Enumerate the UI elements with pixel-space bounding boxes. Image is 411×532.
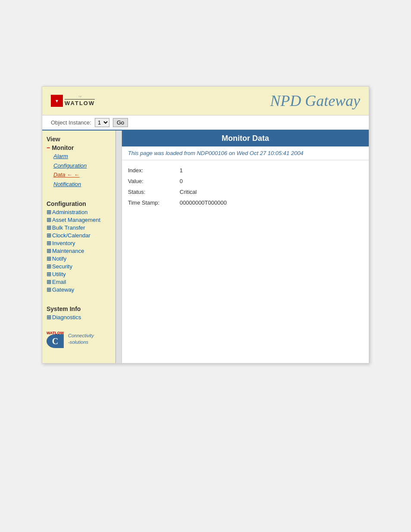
content-area: Monitor Data This page was loaded from N…	[122, 131, 369, 363]
config-maintenance[interactable]: ⊞ Maintenance	[47, 248, 117, 254]
nav-configuration[interactable]: Configuration	[53, 162, 117, 170]
data-row-value: Value: 0	[128, 178, 363, 184]
connectivity-logo-area: WATLOW C Connectivity -solutions	[47, 329, 117, 349]
config-link-maint[interactable]: Maintenance	[52, 248, 84, 254]
expand-icon-notify: ⊞	[47, 255, 51, 262]
config-gateway[interactable]: ⊞ Gateway	[47, 286, 117, 293]
config-clock-calendar[interactable]: ⊞ Clock/Calendar	[47, 232, 117, 239]
content-header: Monitor Data	[122, 131, 369, 146]
expand-icon-email: ⊞	[47, 279, 51, 285]
config-link-utility[interactable]: Utility	[52, 271, 66, 277]
c-letter: C	[52, 336, 58, 346]
connectivity-line2: -solutions	[68, 339, 88, 345]
main-layout: View − Monitor Alarm Configuration Data …	[42, 131, 369, 363]
expand-icon-clock: ⊞	[47, 232, 51, 239]
instance-label: Object Instance:	[51, 119, 91, 126]
config-administration[interactable]: ⊞ Administration	[47, 209, 117, 215]
monitor-collapse-icon[interactable]: −	[47, 144, 50, 151]
label-status: Status:	[128, 189, 180, 195]
value-value: 0	[180, 178, 183, 184]
config-email[interactable]: ⊞ Email	[47, 279, 117, 285]
config-link-email[interactable]: Email	[52, 279, 66, 285]
config-notify[interactable]: ⊞ Notify	[47, 255, 117, 262]
data-row-timestamp: Time Stamp: 00000000T000000	[128, 199, 363, 206]
label-index: Index:	[128, 167, 180, 174]
config-link-notify[interactable]: Notify	[52, 255, 66, 262]
content-subtitle: This page was loaded from NDP000106 on W…	[122, 146, 369, 160]
expand-icon-bulk: ⊞	[47, 224, 51, 231]
config-security[interactable]: ⊞ Security	[47, 263, 117, 270]
nav-data[interactable]: Data ←	[53, 171, 117, 179]
sidebar: View − Monitor Alarm Configuration Data …	[42, 131, 122, 363]
config-inventory[interactable]: ⊞ Inventory	[47, 240, 117, 246]
app-container: ▼ ™ WATLOW NPD Gateway Object Instance: …	[42, 86, 369, 364]
expand-icon-diag: ⊞	[47, 314, 51, 320]
system-info-label: System Info	[47, 305, 117, 312]
monitor-section: − Monitor	[47, 144, 117, 151]
value-timestamp: 00000000T000000	[180, 199, 227, 206]
view-label: View	[47, 136, 117, 143]
c-logo-icon: WATLOW C	[47, 329, 68, 349]
value-status: Critical	[180, 189, 197, 195]
watlow-wordmark: WATLOW	[65, 99, 95, 106]
config-link-security[interactable]: Security	[52, 263, 72, 270]
data-row-status: Status: Critical	[128, 189, 363, 195]
go-button[interactable]: Go	[113, 118, 128, 127]
nav-notification[interactable]: Notification	[53, 180, 117, 189]
expand-icon-asset: ⊞	[47, 217, 51, 223]
instance-bar: Object Instance: 1 Go	[42, 115, 369, 131]
config-bulk-transfer[interactable]: ⊞ Bulk Transfer	[47, 224, 117, 231]
config-link-admin[interactable]: Administration	[52, 209, 87, 215]
config-link-inventory[interactable]: Inventory	[52, 240, 75, 246]
expand-icon-maint: ⊞	[47, 248, 51, 254]
config-link-asset[interactable]: Asset Management	[52, 217, 100, 223]
connectivity-line1: Connectivity	[68, 333, 94, 338]
expand-icon-utility: ⊞	[47, 271, 51, 277]
watlow-logo-icon: ▼	[51, 95, 63, 107]
connectivity-logo: WATLOW C Connectivity -solutions	[47, 329, 94, 349]
watlow-logo-text: ™ WATLOW	[65, 95, 95, 106]
label-timestamp: Time Stamp:	[128, 199, 180, 206]
config-asset-management[interactable]: ⊞ Asset Management	[47, 217, 117, 223]
config-link-diag[interactable]: Diagnostics	[52, 314, 81, 320]
expand-icon-inventory: ⊞	[47, 240, 51, 246]
nav-alarm[interactable]: Alarm	[53, 152, 117, 161]
page-wrapper: ▼ ™ WATLOW NPD Gateway Object Instance: …	[0, 0, 411, 532]
header: ▼ ™ WATLOW NPD Gateway	[42, 87, 369, 115]
c-shape: C	[47, 334, 64, 348]
label-value: Value:	[128, 178, 180, 184]
expand-icon-gateway: ⊞	[47, 286, 51, 293]
config-link-bulk[interactable]: Bulk Transfer	[52, 224, 85, 231]
expand-icon-admin: ⊞	[47, 209, 51, 215]
watlow-logo: ▼ ™ WATLOW	[51, 95, 95, 107]
config-diagnostics[interactable]: ⊞ Diagnostics	[47, 314, 117, 320]
data-row-index: Index: 1	[128, 167, 363, 174]
config-link-gateway[interactable]: Gateway	[52, 286, 74, 293]
app-title: NPD Gateway	[270, 92, 360, 110]
sidebar-scrollbar[interactable]	[115, 131, 121, 363]
instance-select[interactable]: 1	[95, 118, 109, 127]
monitor-label: Monitor	[52, 144, 74, 151]
value-index: 1	[180, 167, 183, 174]
expand-icon-security: ⊞	[47, 263, 51, 270]
connectivity-text: Connectivity -solutions	[68, 333, 94, 346]
config-link-clock[interactable]: Clock/Calendar	[52, 232, 90, 239]
config-label: Configuration	[47, 200, 117, 207]
config-utility[interactable]: ⊞ Utility	[47, 271, 117, 277]
data-table: Index: 1 Value: 0 Status: Critical Time …	[122, 160, 369, 217]
